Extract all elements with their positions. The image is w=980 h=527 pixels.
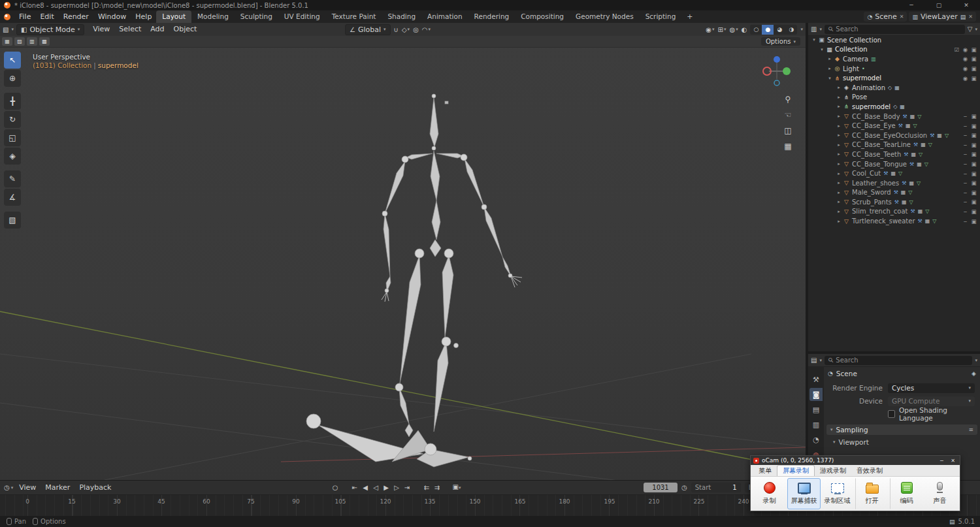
viewlayer-selector[interactable]: ▥ ViewLayer ▤ ✕ [909,12,976,22]
workspace-tab[interactable]: Animation [421,10,468,23]
mode-dropdown[interactable]: ◧ Object Mode ▾ [16,24,84,35]
disclosure-arrow-icon[interactable]: ▸ [836,123,842,129]
shading-wireframe-icon[interactable]: ○ [750,25,762,35]
properties-editor-icon[interactable]: ▤ [811,357,817,364]
outliner-item-label[interactable]: Scrub_Pants [852,199,892,206]
hide-eye-icon[interactable]: ◉ [961,65,970,72]
hide-eye-icon[interactable]: ‒ [961,189,970,196]
scale-tool[interactable]: ◱ [4,129,21,146]
timeline-menu[interactable]: Marker [41,481,74,494]
ocam-toolbar-button[interactable]: 录制 [753,478,786,509]
disclosure-arrow-icon[interactable]: ▸ [836,85,842,90]
outliner-item-label[interactable]: Camera [843,56,868,63]
falloff-dropdown[interactable]: ◠▾ [422,26,431,33]
disable-render-icon[interactable]: ▣ [970,75,978,82]
properties-search-input[interactable]: ⚲ Search [825,356,973,365]
menubar-menu[interactable]: Window [93,10,131,23]
disable-render-icon[interactable]: ▣ [970,46,978,53]
rotate-tool[interactable]: ↻ [4,111,21,128]
hide-eye-icon[interactable]: ‒ [961,180,970,186]
outliner-row[interactable]: ▾ ⋔ supermodel ◉ ▣ [808,73,980,83]
ocam-toolbar-button[interactable]: 打开 [855,478,889,509]
outliner-editor-caret-icon[interactable]: ▾ [819,27,822,32]
outliner-item-label[interactable]: Light [843,65,859,72]
outliner-item-label[interactable]: Leather_shoes [852,180,899,187]
workspace-tab[interactable]: Texture Paint [326,10,382,23]
ocam-toolbar-button[interactable]: 编码 [890,478,923,509]
outliner-item-label[interactable]: CC_Base_Teeth [852,151,901,158]
maximize-button[interactable]: ▢ [925,0,953,10]
orientation-dropdown[interactable]: ∠ Global ▾ [345,24,391,35]
outliner-item-label[interactable]: Male_Sword [852,189,891,196]
hide-eye-icon[interactable]: ◉ [961,75,970,82]
outliner-row[interactable]: ▸ ▽ CC_Base_Tongue ⚒ ▦ ▽ ‒ ▣ [808,159,980,169]
disclosure-arrow-icon[interactable]: ▸ [826,66,833,71]
workspace-tab[interactable]: Layout [156,10,191,23]
ocam-tab[interactable]: 音效录制 [851,466,888,476]
menubar-menu[interactable]: File [14,10,35,23]
hide-eye-icon[interactable]: ‒ [961,113,970,120]
outliner-item-label[interactable]: supermodel [852,103,890,110]
outliner-row[interactable]: ▸ ▽ Scrub_Pants ⚒ ▦ ▽ ‒ ▣ [808,197,980,207]
disable-render-icon[interactable]: ▣ [970,142,978,148]
toolsettings-icon[interactable]: ▩ [39,37,50,46]
scene-tab[interactable]: ◔ [809,433,823,446]
outliner-row[interactable]: ▾ ▣ Scene Collection [808,35,980,45]
hide-eye-icon[interactable]: ◉ [961,46,970,53]
options-dropdown[interactable]: Options ▾ [761,37,800,46]
checkbox-icon[interactable]: ☑ [953,46,961,53]
hide-eye-icon[interactable]: ◉ [961,56,970,62]
view-layer-tab[interactable]: ▥ [809,418,823,431]
xray-toggle-icon[interactable]: ◐ [742,26,747,33]
playback-sync-dropdown[interactable]: ▣▾ [451,480,462,495]
outliner-row[interactable]: ▸ ▽ Leather_shoes ⚒ ▦ ▽ ‒ ▣ [808,178,980,188]
play-reverse-button[interactable]: ◁ [370,481,381,494]
navigation-gizmo[interactable] [759,53,795,89]
jump-to-start-button[interactable]: ⇤ [350,481,360,494]
viewport-menu[interactable]: View [88,23,114,36]
disable-render-icon[interactable]: ▣ [970,132,978,138]
ocam-minimize-button[interactable]: ─ [938,458,946,464]
viewport-menu[interactable]: Add [146,23,169,36]
outliner-row[interactable]: ▸ ⋔ Pose [808,93,980,103]
ocam-close-button[interactable]: ✕ [949,458,957,464]
editor-type-caret-icon[interactable]: ▾ [11,27,14,32]
hide-eye-icon[interactable]: ‒ [961,218,970,225]
outliner-row[interactable]: ▸ ▽ CC_Base_Eye ⚒ ▦ ▽ ‒ ▣ [808,121,980,131]
gizmos-dropdown[interactable]: ⊞▾ [718,26,727,33]
workspace-tab[interactable]: Shading [382,10,421,23]
render-engine-select[interactable]: Cycles▾ [888,383,975,393]
workspace-tab[interactable]: Scripting [640,10,682,23]
disable-render-icon[interactable]: ▣ [970,56,978,62]
workspace-tab[interactable]: Sculpting [235,10,278,23]
disclosure-arrow-icon[interactable]: ▾ [819,47,825,52]
frame-start-field[interactable]: Start1 [691,483,741,492]
disclosure-arrow-icon[interactable]: ▸ [836,219,842,224]
filter-funnel-icon[interactable]: ▽ [968,25,973,33]
disclosure-arrow-icon[interactable]: ▸ [836,114,842,119]
hide-eye-icon[interactable]: ‒ [961,151,970,157]
outliner-item-label[interactable]: Turtleneck_sweater [852,217,915,225]
ocam-toolbar-button[interactable]: 录制区域 [821,478,854,509]
outliner-item-label[interactable]: Slim_trench_coat [852,208,907,215]
shading-solid-icon[interactable]: ● [762,25,774,35]
annotate-tool[interactable]: ✎ [4,170,21,187]
scene-selector[interactable]: ◔ Scene ✕ [864,12,907,22]
add-cube-tool[interactable]: ▧ [4,212,21,229]
outliner-row[interactable]: ▸ ◎ Light • ◉ ▣ [808,64,980,74]
disclosure-arrow-icon[interactable]: ▸ [836,180,842,185]
ocam-toolbar-button[interactable]: 声音 [923,478,956,509]
outliner-row[interactable]: ▸ ▽ CC_Base_Body ⚒ ▦ ▽ ‒ ▣ [808,112,980,121]
ocam-tab[interactable]: 游戏录制 [815,466,851,476]
outliner-editor-icon[interactable]: ▥ [811,25,817,33]
workspace-tab[interactable]: Modeling [191,10,235,23]
disclosure-arrow-icon[interactable]: ▸ [826,56,833,61]
disclosure-arrow-icon[interactable]: ▸ [836,209,842,214]
disclosure-arrow-icon[interactable]: ▾ [811,37,817,42]
disable-render-icon[interactable]: ▣ [970,189,978,196]
workspace-tab[interactable]: UV Editing [278,10,326,23]
disable-render-icon[interactable]: ▣ [970,170,978,177]
blender-menu-logo-icon[interactable] [4,14,10,20]
outliner-item-label[interactable]: CC_Base_Body [852,113,900,120]
measure-tool[interactable]: ∡ [4,189,21,206]
